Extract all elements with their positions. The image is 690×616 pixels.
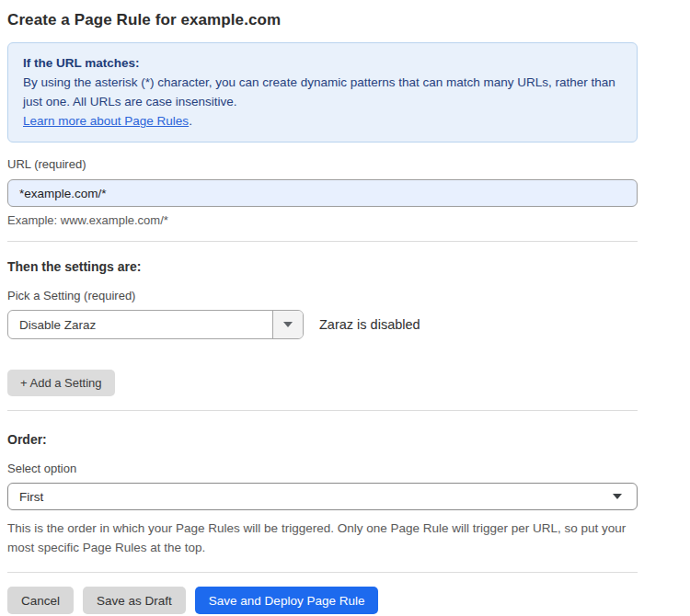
pick-setting-label: Pick a Setting (required) <box>7 289 638 302</box>
cancel-button[interactable]: Cancel <box>7 587 74 614</box>
setting-select[interactable]: Disable Zaraz <box>7 310 304 339</box>
setting-select-value: Disable Zaraz <box>8 311 272 338</box>
divider <box>7 410 638 411</box>
setting-row: Disable Zaraz Zaraz is disabled <box>7 310 638 339</box>
save-and-deploy-button[interactable]: Save and Deploy Page Rule <box>195 587 379 614</box>
divider <box>7 241 638 242</box>
order-select-label: Select option <box>7 462 638 475</box>
setting-status-text: Zaraz is disabled <box>319 317 420 332</box>
url-example-text: Example: www.example.com/* <box>7 213 638 227</box>
divider <box>7 572 638 573</box>
info-body-text: By using the asterisk (*) character, you… <box>23 73 622 111</box>
order-section-heading: Order: <box>7 432 638 447</box>
url-field-label: URL (required) <box>7 157 638 171</box>
order-select-value: First <box>19 490 613 504</box>
order-help-text: This is the order in which your Page Rul… <box>7 519 638 557</box>
add-setting-button[interactable]: + Add a Setting <box>7 370 115 396</box>
learn-more-link[interactable]: Learn more about Page Rules <box>23 114 189 128</box>
setting-select-arrow-button[interactable] <box>272 311 303 338</box>
chevron-down-icon <box>283 322 293 327</box>
link-period: . <box>189 114 192 128</box>
page-title: Create a Page Rule for example.com <box>7 11 638 29</box>
settings-section-heading: Then the settings are: <box>7 259 638 274</box>
form-actions: Cancel Save as Draft Save and Deploy Pag… <box>7 587 638 614</box>
url-match-info-callout: If the URL matches: By using the asteris… <box>7 42 638 143</box>
info-heading: If the URL matches: <box>23 53 622 73</box>
order-select[interactable]: First <box>7 483 638 510</box>
page-rule-form: Create a Page Rule for example.com If th… <box>0 0 690 614</box>
save-as-draft-button[interactable]: Save as Draft <box>83 587 186 614</box>
url-input[interactable] <box>7 179 638 207</box>
chevron-down-icon <box>613 494 622 499</box>
info-link-line: Learn more about Page Rules. <box>23 111 622 131</box>
